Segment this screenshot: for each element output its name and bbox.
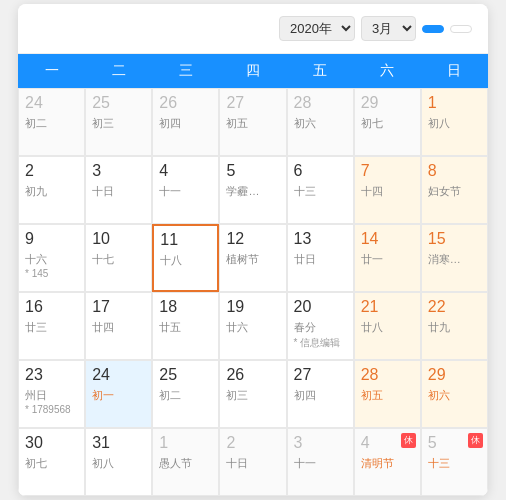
lunar-text: 十六: [25, 252, 78, 267]
day-cell[interactable]: 4十一: [152, 156, 219, 224]
day-cell[interactable]: 20春分* 信息编辑: [287, 292, 354, 360]
day-cell[interactable]: 27初四: [287, 360, 354, 428]
day-cell[interactable]: 17廿四: [85, 292, 152, 360]
note-text: * 145: [25, 268, 78, 279]
day-cell[interactable]: 休5十三: [421, 428, 488, 496]
day-cell[interactable]: 7十四: [354, 156, 421, 224]
day-cell[interactable]: 22廿九: [421, 292, 488, 360]
day-cell[interactable]: 2十日: [219, 428, 286, 496]
weekday-label: 三: [152, 54, 219, 88]
weekday-label: 一: [18, 54, 85, 88]
month-view-btn[interactable]: [422, 25, 444, 33]
day-cell[interactable]: 15消寒…: [421, 224, 488, 292]
year-select[interactable]: 2020年: [279, 16, 355, 41]
day-cell[interactable]: 13廿日: [287, 224, 354, 292]
day-number: 30: [25, 433, 78, 454]
day-number: 2: [25, 161, 78, 182]
day-cell[interactable]: 23州日* 1789568: [18, 360, 85, 428]
day-cell[interactable]: 24初二: [18, 88, 85, 156]
note-text: * 信息编辑: [294, 336, 347, 350]
day-cell[interactable]: 30初七: [18, 428, 85, 496]
lunar-text: 廿四: [92, 320, 145, 335]
lunar-text: 廿五: [159, 320, 212, 335]
lunar-text: 廿六: [226, 320, 279, 335]
lunar-text: 廿八: [361, 320, 414, 335]
lunar-text: 清明节: [361, 456, 414, 471]
day-cell[interactable]: 3十一: [287, 428, 354, 496]
day-cell[interactable]: 25初三: [85, 88, 152, 156]
day-cell[interactable]: 26初三: [219, 360, 286, 428]
day-cell[interactable]: 29初六: [421, 360, 488, 428]
day-number: 10: [92, 229, 145, 250]
day-number: 3: [294, 433, 347, 454]
lunar-text: 十一: [159, 184, 212, 199]
day-number: 1: [159, 433, 212, 454]
day-cell[interactable]: 14廿一: [354, 224, 421, 292]
lunar-text: 春分: [294, 320, 347, 335]
day-cell[interactable]: 10十七: [85, 224, 152, 292]
lunar-text: 初六: [294, 116, 347, 131]
lunar-text: 廿三: [25, 320, 78, 335]
day-cell[interactable]: 18廿五: [152, 292, 219, 360]
lunar-text: 十三: [428, 456, 481, 471]
lunar-text: 初五: [226, 116, 279, 131]
lunar-text: 初八: [92, 456, 145, 471]
year-view-btn[interactable]: [450, 25, 472, 33]
lunar-text: 十四: [361, 184, 414, 199]
day-cell[interactable]: 9十六* 145: [18, 224, 85, 292]
day-cell[interactable]: 28初五: [354, 360, 421, 428]
day-number: 7: [361, 161, 414, 182]
weekday-label: 六: [354, 54, 421, 88]
month-select[interactable]: 3月: [361, 16, 416, 41]
day-cell[interactable]: 27初五: [219, 88, 286, 156]
weekday-label: 二: [85, 54, 152, 88]
day-cell[interactable]: 11十八: [152, 224, 219, 292]
day-cell[interactable]: 16廿三: [18, 292, 85, 360]
day-number: 27: [226, 93, 279, 114]
day-cell[interactable]: 12植树节: [219, 224, 286, 292]
lunar-text: 十三: [294, 184, 347, 199]
day-number: 5: [226, 161, 279, 182]
day-cell[interactable]: 1愚人节: [152, 428, 219, 496]
lunar-text: 十日: [226, 456, 279, 471]
day-number: 28: [294, 93, 347, 114]
lunar-text: 州日: [25, 388, 78, 403]
day-cell[interactable]: 26初四: [152, 88, 219, 156]
day-number: 18: [159, 297, 212, 318]
day-number: 20: [294, 297, 347, 318]
day-cell[interactable]: 2初九: [18, 156, 85, 224]
day-number: 31: [92, 433, 145, 454]
lunar-text: 廿日: [294, 252, 347, 267]
lunar-text: 初七: [25, 456, 78, 471]
weekday-label: 五: [287, 54, 354, 88]
day-cell[interactable]: 1初八: [421, 88, 488, 156]
holiday-badge: 休: [468, 433, 483, 448]
day-number: 8: [428, 161, 481, 182]
day-cell[interactable]: 6十三: [287, 156, 354, 224]
day-cell[interactable]: 休4清明节: [354, 428, 421, 496]
day-number: 21: [361, 297, 414, 318]
lunar-text: 十日: [92, 184, 145, 199]
day-cell[interactable]: 29初七: [354, 88, 421, 156]
day-cell[interactable]: 8妇女节: [421, 156, 488, 224]
weekday-label: 日: [421, 54, 488, 88]
lunar-text: 廿一: [361, 252, 414, 267]
day-number: 29: [428, 365, 481, 386]
day-cell[interactable]: 24初一: [85, 360, 152, 428]
lunar-text: 十七: [92, 252, 145, 267]
lunar-text: 十一: [294, 456, 347, 471]
day-cell[interactable]: 28初六: [287, 88, 354, 156]
calendar: 2020年 3月 一二三四五六日 24初二25初三26初四27初五28初六29初…: [18, 4, 488, 496]
day-cell[interactable]: 25初二: [152, 360, 219, 428]
day-number: 25: [92, 93, 145, 114]
day-cell[interactable]: 5学霾…: [219, 156, 286, 224]
holiday-badge: 休: [401, 433, 416, 448]
day-number: 4: [159, 161, 212, 182]
day-cell[interactable]: 31初八: [85, 428, 152, 496]
lunar-text: 初四: [294, 388, 347, 403]
day-cell[interactable]: 3十日: [85, 156, 152, 224]
lunar-text: 初二: [159, 388, 212, 403]
day-cell[interactable]: 21廿八: [354, 292, 421, 360]
day-number: 27: [294, 365, 347, 386]
day-cell[interactable]: 19廿六: [219, 292, 286, 360]
